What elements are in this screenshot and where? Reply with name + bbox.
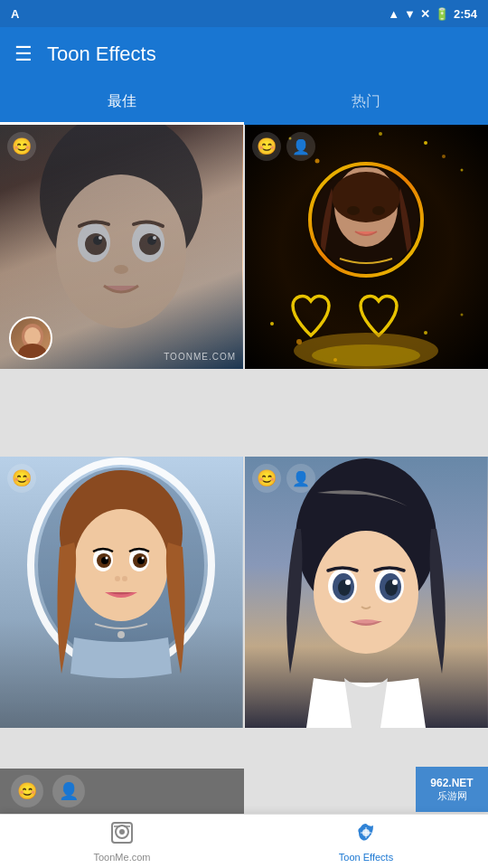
svg-point-50 [115, 576, 120, 581]
grid-item-anime-girl[interactable]: 😊 👤 [245, 457, 488, 728]
svg-point-35 [312, 344, 420, 366]
face-icon-1[interactable]: 😊 [7, 132, 36, 161]
wifi-icon: ▲ [388, 7, 399, 21]
nav-item-toonme[interactable]: ToonMe.com [0, 815, 244, 868]
svg-point-18 [424, 141, 427, 145]
watermark-line1: 962.NET [430, 777, 473, 789]
svg-point-13 [24, 327, 41, 345]
status-bar-left: A [11, 7, 19, 21]
signal-icon: ▼ [404, 7, 416, 21]
bottom-person-icon[interactable]: 👤 [52, 775, 85, 807]
status-bar-right: ▲ ▼ ✕ 🔋 2:54 [388, 7, 477, 21]
small-avatar-1 [9, 316, 52, 360]
bottom-nav: ToonMe.com Toon Effects [0, 814, 488, 868]
app-title: Toon Effects [47, 42, 156, 66]
watermark-toonme: TOONME.COM [164, 352, 236, 362]
watermark-962: 962.NET 乐游网 [416, 767, 488, 812]
svg-point-62 [345, 580, 351, 585]
person-icon-4[interactable]: 👤 [286, 464, 315, 493]
bottom-action-bar: 😊 👤 [0, 769, 244, 814]
nav-label-toon-effects: Toon Effects [339, 852, 393, 863]
svg-point-20 [442, 155, 446, 158]
tabs-bar: 最佳 热门 [0, 81, 488, 125]
tab-hot[interactable]: 热门 [244, 81, 488, 125]
svg-point-48 [106, 557, 108, 560]
face-icon-2[interactable]: 😊 [252, 132, 281, 161]
svg-point-66 [119, 829, 125, 835]
svg-point-24 [461, 314, 464, 316]
face-icon-4[interactable]: 😊 [252, 464, 281, 493]
toonme-icon [109, 820, 135, 849]
svg-point-63 [392, 580, 398, 585]
svg-point-17 [315, 159, 320, 164]
time-display: 2:54 [454, 7, 477, 21]
svg-point-32 [347, 206, 360, 215]
grid-item-gold-portrait[interactable]: 😊 👤 [245, 125, 488, 369]
status-bar: A ▲ ▼ ✕ 🔋 2:54 [0, 0, 488, 27]
toon-effects-icon [353, 820, 379, 849]
app-bar: ☰ Toon Effects [0, 27, 488, 81]
svg-point-21 [270, 322, 274, 326]
svg-point-52 [117, 631, 125, 638]
nav-label-toonme: ToonMe.com [94, 852, 151, 863]
tab-best[interactable]: 最佳 [0, 81, 244, 125]
no-sim-icon: ✕ [420, 7, 430, 21]
watermark-line2: 乐游网 [437, 789, 467, 803]
network-icon: A [11, 7, 19, 21]
bottom-face-icon[interactable]: 😊 [11, 775, 43, 807]
menu-button[interactable]: ☰ [14, 44, 33, 64]
svg-point-49 [142, 557, 145, 560]
svg-point-33 [372, 206, 385, 215]
svg-point-25 [379, 132, 382, 136]
face-icon-3[interactable]: 😊 [7, 464, 36, 493]
svg-point-19 [461, 169, 464, 172]
grid-item-barbie[interactable]: 😊 [0, 457, 243, 728]
grid-item-cartoon-girl[interactable]: 😊 TOONME.COM [0, 125, 243, 369]
battery-icon: 🔋 [435, 7, 449, 21]
nav-item-toon-effects[interactable]: Toon Effects [244, 815, 488, 868]
svg-point-31 [332, 172, 400, 222]
person-icon-2[interactable]: 👤 [286, 132, 315, 161]
svg-point-23 [424, 331, 427, 335]
svg-point-51 [122, 576, 127, 581]
svg-point-41 [74, 509, 168, 621]
content-grid: 😊 TOONME.COM [0, 125, 488, 814]
